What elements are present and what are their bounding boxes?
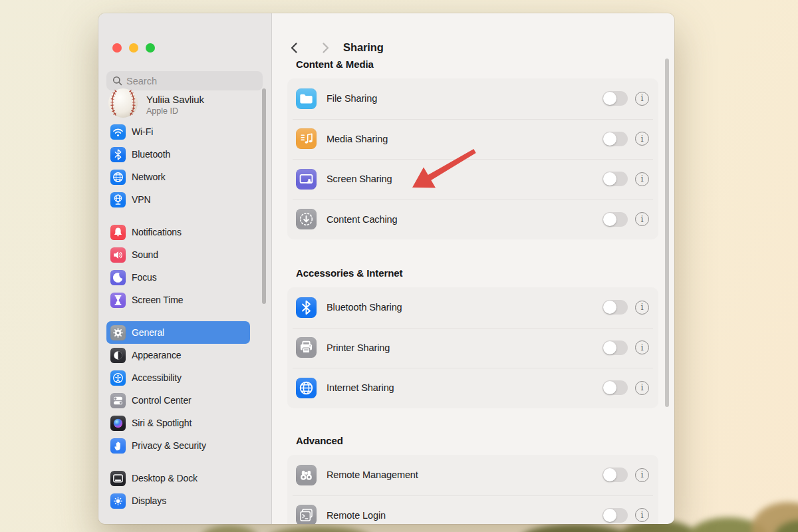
sidebar-scrollbar[interactable] — [262, 88, 266, 304]
sidebar-item-control-center[interactable]: Control Center — [106, 389, 250, 412]
section-advanced: AdvancedRemote ManagementiRemote Logini — [287, 435, 658, 524]
toggle-knob — [603, 341, 616, 354]
sidebar-item-displays[interactable]: Displays — [106, 489, 250, 512]
info-button[interactable]: i — [635, 92, 649, 106]
sidebar-item-label: Notifications — [132, 227, 182, 237]
caching-icon — [296, 209, 317, 229]
apple-id-profile[interactable]: Yuliia Savliuk Apple ID — [108, 88, 204, 121]
info-button[interactable]: i — [635, 132, 649, 146]
sidebar-item-general[interactable]: General — [106, 321, 250, 344]
info-button[interactable]: i — [635, 508, 649, 522]
toggle-knob — [603, 381, 616, 394]
sidebar-item-privacy-security[interactable]: Privacy & Security — [106, 434, 250, 457]
vpn-icon — [110, 192, 126, 207]
row-label: File Sharing — [327, 93, 377, 104]
accessibility-icon — [110, 370, 126, 386]
control-center-icon — [110, 393, 126, 408]
section-content-media: Content & MediaFile SharingiMedia Sharin… — [287, 59, 658, 239]
minimize-window-button[interactable] — [129, 43, 138, 53]
settings-row-bluetooth-sharing[interactable]: Bluetooth Sharingi — [287, 287, 658, 328]
sidebar-item-label: Privacy & Security — [132, 440, 206, 451]
sidebar-group: Desktop & DockDisplays — [106, 467, 250, 512]
bluetooth-icon — [110, 147, 126, 162]
toggle-switch[interactable] — [602, 508, 628, 523]
toggle-switch[interactable] — [602, 340, 628, 355]
content-scrollbar[interactable] — [665, 59, 669, 407]
settings-row-remote-management[interactable]: Remote Managementi — [287, 455, 658, 495]
avatar — [108, 88, 138, 121]
settings-group: File SharingiMedia SharingiScreen Sharin… — [287, 78, 658, 239]
screen-share-icon — [296, 169, 317, 190]
sidebar-item-bluetooth[interactable]: Bluetooth — [106, 143, 250, 166]
sidebar-item-label: General — [132, 327, 164, 338]
toggle-switch[interactable] — [602, 467, 628, 482]
toggle-knob — [603, 213, 616, 226]
sidebar-item-screen-time[interactable]: Screen Time — [106, 289, 250, 311]
toggle-switch[interactable] — [602, 172, 628, 186]
sidebar-item-accessibility[interactable]: Accessibility — [106, 366, 250, 389]
info-button[interactable]: i — [635, 212, 649, 226]
toggle-knob — [603, 172, 616, 186]
sidebar-item-siri-spotlight[interactable]: Siri & Spotlight — [106, 412, 250, 434]
section-title: Accessories & Internet — [296, 267, 658, 279]
back-button[interactable] — [289, 42, 301, 54]
sidebar-item-appearance[interactable]: Appearance — [106, 344, 250, 366]
sidebar-item-label: Displays — [132, 495, 166, 506]
sidebar-item-label: Control Center — [132, 395, 192, 406]
speaker-icon — [110, 247, 126, 263]
toggle-switch[interactable] — [602, 212, 628, 227]
info-button[interactable]: i — [635, 468, 649, 482]
toggle-switch[interactable] — [602, 132, 628, 146]
globe-icon — [296, 378, 317, 398]
globe-icon — [110, 170, 126, 185]
wifi-icon — [110, 124, 126, 140]
zoom-window-button[interactable] — [146, 43, 155, 53]
toggle-knob — [603, 132, 616, 146]
row-label: Screen Sharing — [327, 174, 392, 184]
close-window-button[interactable] — [112, 43, 122, 53]
sidebar-item-wi-fi[interactable]: Wi-Fi — [106, 120, 250, 143]
row-label: Bluetooth Sharing — [327, 302, 402, 313]
toggle-knob — [603, 509, 616, 522]
settings-row-printer-sharing[interactable]: Printer Sharingi — [287, 328, 658, 368]
sidebar-item-sound[interactable]: Sound — [106, 243, 250, 266]
info-button[interactable]: i — [635, 172, 649, 186]
moon-icon — [110, 270, 126, 285]
row-label: Media Sharing — [327, 134, 388, 144]
sidebar-item-label: Network — [132, 172, 166, 182]
profile-name: Yuliia Savliuk — [146, 94, 204, 105]
sidebar-item-focus[interactable]: Focus — [106, 266, 250, 289]
settings-row-internet-sharing[interactable]: Internet Sharingi — [287, 368, 658, 408]
main-pane: Sharing Content & MediaFile SharingiMedi… — [271, 13, 674, 524]
wallpaper-tree — [200, 525, 259, 532]
settings-row-screen-sharing[interactable]: Screen Sharingi — [287, 159, 658, 200]
forward-button[interactable] — [319, 42, 331, 54]
sidebar-item-label: Accessibility — [132, 372, 182, 383]
settings-row-content-caching[interactable]: Content Cachingi — [287, 200, 658, 240]
toggle-knob — [603, 468, 616, 481]
sidebar-item-label: Sound — [132, 249, 158, 260]
toggle-switch[interactable] — [602, 91, 628, 106]
sidebar-item-network[interactable]: Network — [106, 166, 250, 188]
desktop-dock-icon — [110, 471, 126, 486]
settings-row-file-sharing[interactable]: File Sharingi — [287, 78, 658, 119]
info-button[interactable]: i — [635, 340, 649, 354]
settings-group: Bluetooth SharingiPrinter SharingiIntern… — [287, 287, 658, 408]
toggle-switch[interactable] — [602, 380, 628, 395]
sidebar-nav: Wi-FiBluetoothNetworkVPNNotificationsSou… — [106, 120, 250, 522]
media-icon — [296, 128, 317, 149]
info-button[interactable]: i — [635, 381, 649, 395]
sidebar-item-desktop-dock[interactable]: Desktop & Dock — [106, 467, 250, 489]
settings-group: Remote ManagementiRemote Logini — [287, 455, 658, 524]
settings-row-media-sharing[interactable]: Media Sharingi — [287, 119, 658, 160]
sidebar: Yuliia Savliuk Apple ID Wi-FiBluetoothNe… — [98, 13, 271, 524]
info-button[interactable]: i — [635, 301, 649, 315]
sidebar-item-vpn[interactable]: VPN — [106, 188, 250, 211]
sidebar-item-notifications[interactable]: Notifications — [106, 221, 250, 243]
sun-icon — [110, 493, 126, 509]
row-label: Remote Login — [327, 510, 386, 521]
toggle-switch[interactable] — [602, 300, 628, 315]
gear-icon — [110, 325, 126, 340]
sidebar-item-label: Bluetooth — [132, 149, 170, 160]
settings-row-remote-login[interactable]: Remote Logini — [287, 495, 658, 525]
